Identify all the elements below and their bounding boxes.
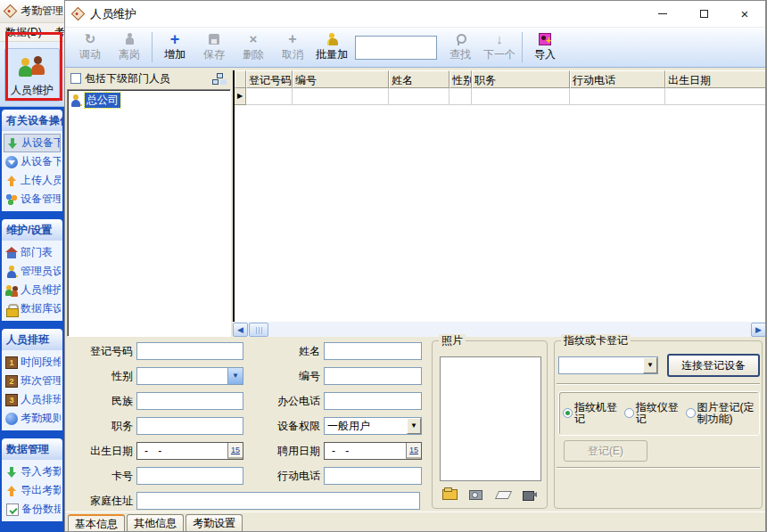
sidebar-item-personnel-schedule[interactable]: 3人员排班 (4, 390, 61, 409)
menu-data[interactable]: 数据(D) (5, 25, 42, 40)
orange-up-arrow-icon (5, 485, 18, 497)
name-input[interactable] (324, 342, 422, 360)
tab-other-info[interactable]: 其他信息 (127, 514, 184, 532)
batch-add-button[interactable]: 批量加 (312, 29, 351, 66)
table-row[interactable]: ▶ (235, 88, 766, 105)
scroll-left-button[interactable]: ◀ (233, 323, 248, 337)
include-sub-departments-checkbox[interactable] (70, 73, 81, 84)
sidebar-item-upload-personnel[interactable]: 上传人员 (4, 171, 61, 190)
fingerprint-card-group: 指纹或卡登记 ▼ 连接登记设备 指纹机登记 指纹仪登记 (554, 340, 763, 509)
camera-icon[interactable] (468, 487, 486, 501)
scrollbar-thumb[interactable] (249, 323, 268, 337)
sidebar-item-attendance-rules[interactable]: 考勤规则 (4, 409, 61, 428)
register-button[interactable]: 登记(E) (564, 440, 647, 462)
sidebar-item-device-management[interactable]: 设备管理 (4, 190, 61, 209)
reg-no-input[interactable] (136, 342, 243, 360)
minimize-button[interactable] (642, 1, 683, 28)
tree-node-label: 总公司 (85, 93, 120, 108)
radio-photo-registration[interactable]: 图片登记(定制功能) (686, 402, 755, 425)
section-header-device-ops[interactable]: 有关设备操作 (2, 110, 62, 131)
birth-date-label: 出生日期 (65, 442, 133, 460)
column-header-code[interactable]: 编号 (293, 70, 389, 88)
tab-basic-info[interactable]: 基本信息 (68, 514, 125, 532)
background-window-title: 考勤管理 (21, 4, 63, 19)
sidebar-item-shift-management[interactable]: 2班次管理 (4, 372, 61, 390)
maximize-button[interactable] (683, 1, 724, 28)
tile-2-icon: 2 (5, 375, 18, 388)
gender-combobox[interactable]: ▼ (136, 367, 243, 385)
sidebar-item-personnel-maintenance[interactable]: 人员维护 (4, 281, 61, 299)
eraser-icon[interactable] (495, 487, 513, 501)
column-header-gender[interactable]: 性别 (449, 70, 472, 88)
find-next-button[interactable]: ↓下一个 (480, 29, 519, 66)
org-chart-icon[interactable] (212, 73, 226, 85)
open-folder-icon[interactable] (441, 487, 459, 501)
section-header-data-management[interactable]: 数据管理 (2, 438, 62, 460)
reg-no-label: 登记号码 (65, 342, 133, 360)
sidebar-item-department-table[interactable]: 部门表 (4, 243, 61, 262)
tile-1-icon: 1 (5, 356, 18, 369)
radio-icon (686, 408, 696, 418)
detail-form: 登记号码 性别 ▼ 民族 职务 出生日期 - -15 卡号 家庭住址 姓名 编号… (65, 337, 766, 512)
sidebar-item-admin-settings[interactable]: 管理员设 (4, 262, 61, 281)
sidebar-item-backup-data[interactable]: 备份数据 (4, 500, 61, 519)
camcorder-icon[interactable] (522, 487, 540, 501)
column-header-reg-no[interactable]: 登记号码 (246, 70, 293, 88)
card-no-label: 卡号 (65, 467, 133, 485)
tree-node-company[interactable]: 总公司 (70, 93, 228, 108)
column-header-birth-date[interactable]: 出生日期 (665, 70, 766, 88)
position-input[interactable] (136, 417, 243, 435)
cancel-button[interactable]: +取消 (273, 29, 312, 66)
hire-date-field[interactable]: - -15 (324, 442, 422, 460)
column-header-mobile[interactable]: 行动电话 (570, 70, 665, 88)
card-no-input[interactable] (136, 467, 243, 485)
leave-post-button[interactable]: 离岗 (110, 29, 149, 66)
registration-device-combobox[interactable]: ▼ (558, 356, 658, 374)
sidebar-item-export-attendance[interactable]: 导出考勤 (4, 481, 61, 500)
page-check-icon (6, 503, 19, 516)
connect-registration-device-button[interactable]: 连接登记设备 (667, 354, 760, 377)
code-label: 编号 (252, 367, 320, 385)
background-menubar: 数据(D) 考 (0, 23, 64, 42)
sidebar-item-import-attendance[interactable]: 导入考勤 (4, 462, 61, 481)
import-button[interactable]: 导入 (525, 29, 565, 66)
sidebar-item-download-2[interactable]: 从设备下 (4, 152, 61, 171)
toolbar-separator (522, 32, 523, 62)
device-privilege-combobox[interactable]: 一般用户▼ (324, 417, 422, 435)
birth-date-field[interactable]: - -15 (136, 442, 243, 460)
bottom-tabbar: 基本信息 其他信息 考勤设置 (65, 512, 766, 532)
sidebar: 有关设备操作 从设备下 从设备下 上传人员 设备管理 维护/设置 部门表 管理员… (0, 107, 64, 532)
calendar-icon[interactable]: 15 (227, 443, 243, 459)
section-header-maintenance[interactable]: 维护/设置 (2, 219, 62, 241)
sidebar-item-database-settings[interactable]: 数据库设 (4, 299, 61, 318)
transfer-button[interactable]: ↻调动 (70, 29, 110, 66)
ethnicity-input[interactable] (136, 392, 243, 410)
chevron-down-icon: ▼ (227, 368, 243, 384)
personnel-maintenance-button[interactable]: 人员维护 (4, 48, 60, 102)
radio-fingerprint-machine[interactable]: 指纹机登记 (563, 402, 621, 425)
menu-attendance[interactable]: 考 (54, 25, 64, 40)
dialog-content: 包括下级部门人员 总公司 登记号码 编号 姓名 性别 职务 (65, 68, 766, 337)
search-input[interactable] (355, 36, 437, 60)
tab-attendance-settings[interactable]: 考勤设置 (186, 514, 243, 532)
column-header-name[interactable]: 姓名 (389, 70, 449, 88)
batch-add-icon (326, 32, 338, 46)
scroll-right-button[interactable]: ▶ (751, 323, 766, 337)
close-button[interactable]: × (724, 1, 765, 28)
find-button[interactable]: 查找 (441, 29, 480, 66)
background-toolbar: 人员维护 (0, 42, 64, 107)
mobile-input[interactable] (324, 467, 422, 485)
calendar-icon[interactable]: 15 (406, 443, 421, 459)
maximize-icon (700, 10, 708, 18)
office-phone-input[interactable] (324, 392, 422, 410)
sidebar-item-download-1[interactable]: 从设备下 (4, 134, 61, 152)
radio-fingerprint-reader[interactable]: 指纹仪登记 (624, 402, 682, 425)
home-address-input[interactable] (136, 492, 420, 510)
save-button[interactable]: 保存 (194, 29, 234, 66)
section-header-scheduling[interactable]: 人员排班 (2, 329, 62, 350)
code-input[interactable] (324, 367, 422, 385)
delete-button[interactable]: ×删除 (234, 29, 273, 66)
column-header-position[interactable]: 职务 (472, 70, 570, 88)
sidebar-item-timeperiod[interactable]: 1时间段维 (4, 353, 61, 372)
add-button[interactable]: +增加 (155, 29, 194, 66)
